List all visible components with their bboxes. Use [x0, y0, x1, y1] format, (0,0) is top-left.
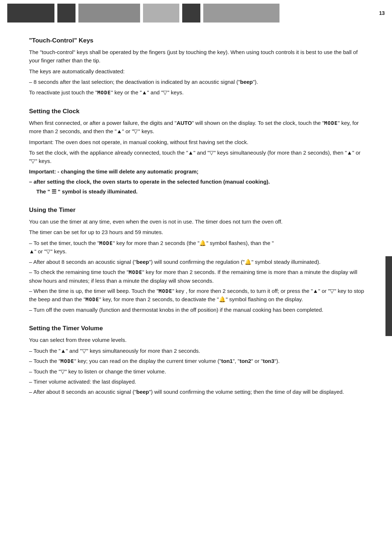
- header-block-1: [7, 4, 54, 23]
- setting-timer-volume-para1: You can select from three volume levels.: [29, 336, 368, 344]
- using-timer-bullet5: – Turn off the oven manually (function a…: [29, 306, 368, 314]
- setting-clock-title: Setting the Clock: [29, 108, 368, 115]
- using-timer-para1: You can use the timer at any time, even …: [29, 217, 368, 226]
- setting-timer-volume-section: Setting the Timer Volume You can select …: [29, 325, 368, 396]
- touch-control-bullets: – 8 seconds after the last selection; th…: [29, 78, 368, 86]
- touch-control-para1: The "touch-control" keys shall be operat…: [29, 48, 368, 65]
- using-timer-para2: The timer can be set for up to 23 hours …: [29, 228, 368, 236]
- using-timer-bullet1: – To set the timer, touch the "MODE" key…: [29, 239, 368, 256]
- timer-volume-bullet5: – After about 8 seconds an acoustic sign…: [29, 388, 368, 396]
- setting-clock-bold2: – after setting the clock, the oven star…: [29, 177, 368, 186]
- side-tab: [385, 256, 392, 336]
- using-timer-title: Using the Timer: [29, 207, 368, 214]
- setting-timer-volume-title: Setting the Timer Volume: [29, 325, 368, 332]
- using-timer-bullet3: – To check the remaining time touch the …: [29, 268, 368, 285]
- main-content: "Touch-Control" Keys The "touch-control"…: [0, 26, 392, 421]
- setting-clock-para1: When first connected, or after a power f…: [29, 119, 368, 136]
- timer-volume-bullet4: – Timer volume activated: the last displ…: [29, 377, 368, 386]
- setting-clock-para3: To set the clock, with the appliance alr…: [29, 148, 368, 165]
- header-block-3: [78, 4, 140, 23]
- timer-volume-bullet3: – Touch the "▽" key to listen or change …: [29, 367, 368, 376]
- using-timer-bullets: – To set the timer, touch the "MODE" key…: [29, 239, 368, 314]
- setting-clock-section: Setting the Clock When first connected, …: [29, 108, 368, 196]
- timer-volume-bullet2: – Touch the "MODE" key; you can read on …: [29, 357, 368, 365]
- page-number: 13: [379, 10, 385, 16]
- touch-control-section: "Touch-Control" Keys The "touch-control"…: [29, 37, 368, 97]
- touch-control-title: "Touch-Control" Keys: [29, 37, 368, 44]
- header-block-6: [203, 4, 279, 23]
- header-block-5: [182, 4, 200, 23]
- timer-volume-bullet1: – Touch the "▲" and "▽" keys simultaneou…: [29, 347, 368, 355]
- setting-clock-bold3: The " ☰ " symbol is steady illuminated.: [29, 187, 368, 196]
- header-block-4: [143, 4, 179, 23]
- setting-timer-volume-bullets: – Touch the "▲" and "▽" keys simultaneou…: [29, 347, 368, 396]
- header-bar: [0, 0, 392, 26]
- header-block-2: [57, 4, 75, 23]
- touch-control-para3: To reactivate just touch the "MODE" key …: [29, 88, 368, 97]
- using-timer-bullet4: – When the time is up, the timer will be…: [29, 287, 368, 304]
- using-timer-bullet2: – After about 8 seconds an acoustic sign…: [29, 258, 368, 266]
- using-timer-section: Using the Timer You can use the timer at…: [29, 207, 368, 314]
- setting-clock-bold1: Important: - changing the time will dele…: [29, 167, 368, 176]
- touch-control-para2: The keys are automatically deactivated:: [29, 67, 368, 75]
- touch-control-bullet1: – 8 seconds after the last selection; th…: [29, 78, 368, 86]
- setting-clock-para2: Important: The oven does not operate, in…: [29, 138, 368, 146]
